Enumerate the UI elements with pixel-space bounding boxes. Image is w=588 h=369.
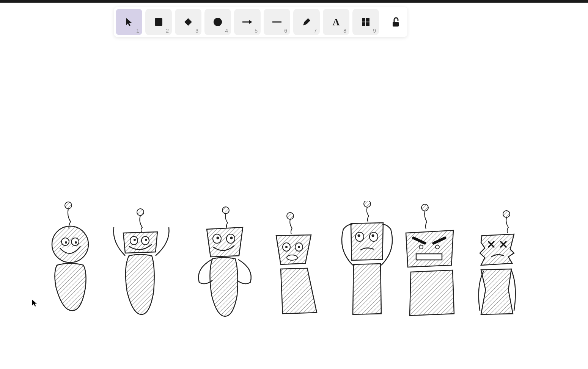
svg-point-36 [358,235,360,237]
lock-toggle[interactable] [387,9,406,35]
svg-point-35 [355,232,364,241]
svg-rect-8 [362,22,365,26]
tool-shortcut: 1 [136,28,139,34]
svg-point-2 [214,18,222,26]
more-shapes-tool[interactable]: 9 [352,9,379,35]
svg-point-22 [145,239,147,241]
text-icon: A [331,17,341,27]
toolbar: 1 2 3 4 5 6 7 [114,7,407,37]
line-tool[interactable]: 6 [264,9,290,35]
svg-point-15 [65,241,67,244]
grid-icon [361,17,370,27]
robot-broken [479,211,516,314]
svg-point-39 [421,204,428,211]
svg-text:A: A [333,17,340,27]
tool-shortcut: 3 [195,28,198,34]
canvas[interactable] [0,38,588,369]
rectangle-tool[interactable]: 2 [145,9,172,35]
diamond-icon [183,17,193,27]
svg-point-30 [285,246,288,248]
svg-point-25 [217,237,219,239]
pencil-icon [302,17,311,27]
circle-icon [213,17,223,27]
svg-point-32 [298,246,300,248]
svg-point-40 [419,245,423,249]
tool-shortcut: 8 [343,28,346,34]
svg-point-18 [137,209,144,216]
svg-rect-1 [184,18,192,26]
svg-point-12 [65,202,72,209]
svg-rect-0 [155,18,162,26]
tool-shortcut: 9 [373,28,376,34]
robot-angry [406,204,454,316]
unlock-icon [391,17,401,27]
drawing-robots [46,201,554,322]
svg-point-23 [222,207,229,214]
svg-point-37 [369,232,378,241]
svg-point-34 [364,201,371,207]
svg-point-38 [372,235,374,237]
arrow-tool[interactable]: 5 [234,9,261,35]
svg-point-27 [230,237,233,239]
ellipse-tool[interactable]: 4 [204,9,231,35]
svg-rect-7 [366,18,369,22]
svg-point-20 [134,239,136,241]
tool-shortcut: 6 [284,28,287,34]
tool-shortcut: 4 [225,28,228,34]
svg-rect-6 [362,18,365,22]
svg-point-33 [287,255,297,260]
svg-point-28 [287,213,294,219]
svg-point-41 [435,245,439,249]
window-top-border [0,0,588,3]
pointer-icon [125,17,133,27]
line-icon [272,20,282,23]
cursor-indicator [31,299,38,308]
selection-tool[interactable]: 1 [116,9,142,35]
robot-hands-hips [198,207,251,316]
text-tool[interactable]: A 8 [323,9,349,35]
draw-tool[interactable]: 7 [293,9,320,35]
tool-shortcut: 7 [314,28,317,34]
svg-rect-9 [366,22,369,26]
svg-point-13 [52,226,88,263]
svg-point-43 [503,211,510,217]
square-icon [154,17,163,27]
arrow-icon [242,19,253,25]
tool-shortcut: 5 [255,28,258,34]
tool-shortcut: 2 [166,28,169,34]
svg-point-17 [75,241,77,244]
svg-rect-10 [393,22,399,27]
svg-rect-42 [416,254,442,260]
diamond-tool[interactable]: 3 [175,9,201,35]
robot-worried [342,201,392,314]
robot-happy-round [52,202,88,311]
robot-joyful [113,209,169,314]
robot-surprised [276,213,317,314]
